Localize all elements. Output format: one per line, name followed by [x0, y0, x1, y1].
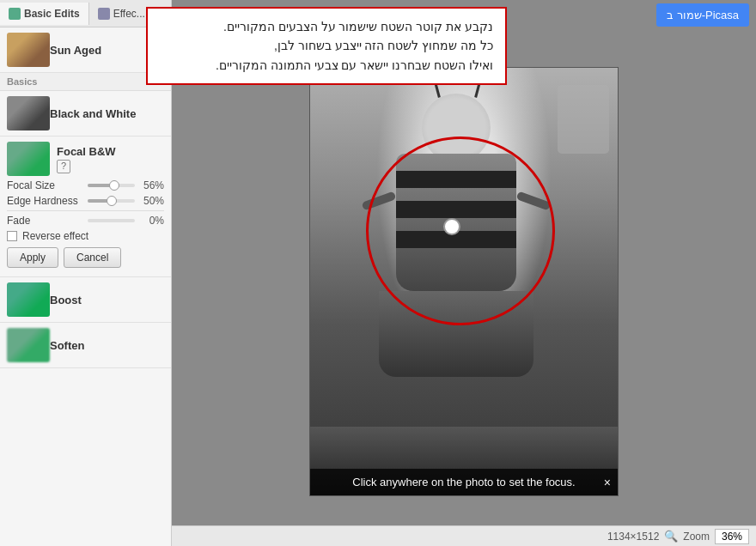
tab-basic-edits-label: Basic Edits — [24, 8, 80, 20]
fade-label: Fade — [7, 215, 84, 227]
apply-button[interactable]: Apply — [7, 247, 58, 268]
effect-item-bw[interactable]: Black and White — [0, 91, 171, 136]
edge-hardness-value: 50% — [138, 195, 164, 207]
button-row: Apply Cancel — [7, 247, 164, 268]
effects-icon — [98, 8, 110, 20]
bw-thumb — [7, 96, 50, 130]
main-layout: נקבע את קוטר השטח שישמור על הצבעים המקור… — [0, 0, 756, 546]
caption-close-icon[interactable]: × — [604, 476, 611, 489]
edge-hardness-row: Edge Hardness 50% — [7, 195, 164, 207]
fade-value: 0% — [138, 215, 164, 227]
boost-thumb — [7, 282, 50, 317]
zoom-input[interactable] — [715, 529, 749, 544]
photo-caption: Click anywhere on the photo to set the f… — [310, 469, 618, 495]
boost-label: Boost — [50, 294, 82, 306]
fade-row: Fade 0% — [7, 210, 164, 227]
focal-size-row: Focal Size 56% — [7, 179, 164, 191]
cancel-button[interactable]: Cancel — [64, 247, 121, 268]
edge-hardness-handle[interactable] — [107, 196, 117, 206]
focal-panel-header: Focal B&W ? — [7, 142, 164, 176]
picasa-button[interactable]: Picasa-שמור ב — [656, 3, 749, 27]
focal-label: Focal B&W — [57, 145, 116, 158]
focal-size-value: 56% — [138, 179, 164, 191]
focal-help-btn[interactable]: ? — [57, 160, 70, 173]
focal-size-handle[interactable] — [109, 180, 119, 191]
focal-size-track[interactable] — [88, 184, 135, 187]
zoom-label: Zoom — [683, 531, 710, 543]
focal-thumb — [7, 142, 50, 176]
reverse-row: Reverse effect — [7, 230, 164, 242]
sunaged-label: Sun Aged — [50, 44, 101, 57]
edge-hardness-track[interactable] — [88, 199, 135, 203]
fade-track[interactable] — [88, 219, 135, 222]
edge-hardness-label: Edge Hardness — [7, 195, 84, 207]
zoom-minus-icon[interactable]: 🔍 — [664, 530, 678, 543]
tab-effects-label: Effec... — [113, 8, 145, 20]
focal-size-label: Focal Size — [7, 179, 84, 191]
bw-label: Black and White — [50, 107, 136, 120]
tab-basic-edits[interactable]: Basic Edits — [0, 3, 89, 25]
top-bar: Picasa-שמור ב — [649, 0, 756, 30]
dimensions-text: 1134×1512 — [607, 531, 659, 543]
reverse-label: Reverse effect — [22, 230, 88, 242]
photo-content — [310, 68, 618, 495]
tooltip-line3: ואילו השטח שבחרנו יישאר עם צבעי התמונה ה… — [160, 56, 493, 75]
effect-item-boost[interactable]: Boost — [0, 277, 171, 323]
sunaged-thumb — [7, 33, 50, 67]
photo-bw[interactable]: Click anywhere on the photo to set the f… — [309, 67, 619, 496]
tooltip-line2: כל מה שמחוץ לשטח הזה ייצבע בשחור לבן, — [160, 36, 493, 55]
soften-thumb — [7, 328, 50, 362]
caption-text: Click anywhere on the photo to set the f… — [352, 476, 575, 488]
reverse-checkbox[interactable] — [7, 231, 17, 241]
effects-scroll-area[interactable]: Sun Aged Basics Black and White Focal B&… — [0, 27, 171, 546]
focal-panel: Focal B&W ? Focal Size 56% Edge Hardness — [0, 136, 171, 277]
photo-container[interactable]: Click anywhere on the photo to set the f… — [309, 67, 619, 496]
basic-edits-icon — [9, 8, 21, 20]
zoom-bar: 1134×1512 🔍 Zoom — [172, 525, 756, 546]
tooltip-box: נקבע את קוטר השטח שישמור על הצבעים המקור… — [146, 7, 507, 85]
tooltip-line1: נקבע את קוטר השטח שישמור על הצבעים המקור… — [160, 17, 493, 36]
soften-label: Soften — [50, 339, 84, 352]
tab-effects[interactable]: Effec... — [89, 3, 154, 25]
effect-item-soften[interactable]: Soften — [0, 323, 171, 368]
